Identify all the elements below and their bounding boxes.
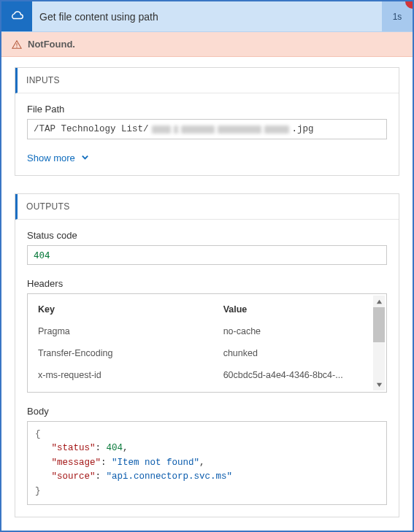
action-run-details-card: Get file content using path 1s NotFound.… — [0, 0, 414, 532]
headers-column-row: Key Value — [34, 294, 380, 320]
chevron-down-icon — [81, 153, 89, 163]
svg-point-1 — [16, 46, 17, 47]
card-header: Get file content using path 1s — [1, 1, 413, 32]
scroll-up-button[interactable] — [373, 296, 385, 307]
headers-table: Key Value Pragma no-cache Transfer-Encod… — [27, 293, 387, 393]
scrollbar-thumb[interactable] — [373, 307, 385, 342]
inputs-panel: INPUTS File Path /TAP Technology List/ .… — [15, 67, 399, 176]
connector-icon-box — [1, 1, 32, 31]
redacted-text — [152, 126, 171, 134]
outputs-panel-header: OUTPUTS — [15, 194, 399, 220]
headers-col-value: Value — [223, 304, 363, 315]
redacted-text — [181, 126, 215, 134]
card-duration: 1s — [382, 1, 413, 31]
svg-marker-3 — [376, 382, 381, 386]
status-code-label: Status code — [27, 230, 387, 241]
error-message: NotFound. — [28, 39, 75, 50]
headers-row: Transfer-Encoding chunked — [34, 342, 380, 364]
status-code-value: 404 — [27, 245, 387, 265]
body-json: { "status": 404, "message": "Item not fo… — [27, 421, 387, 505]
file-path-label: File Path — [27, 104, 387, 115]
body-label: Body — [27, 406, 387, 417]
onedrive-cloud-icon — [9, 7, 25, 26]
error-dot-icon — [405, 0, 414, 9]
card-title: Get file content using path — [32, 1, 382, 31]
redacted-text — [218, 126, 261, 134]
scroll-down-button[interactable] — [373, 379, 385, 390]
headers-label: Headers — [27, 278, 387, 289]
headers-row: x-ms-request-id 60cbdc5d-a4e4-4346-8bc4-… — [34, 364, 380, 386]
warning-triangle-icon — [12, 39, 22, 50]
card-body: INPUTS File Path /TAP Technology List/ .… — [1, 57, 413, 532]
inputs-panel-header: INPUTS — [15, 68, 399, 93]
redacted-text — [264, 126, 289, 134]
headers-col-key: Key — [38, 304, 223, 315]
outputs-panel: OUTPUTS Status code 404 Headers — [15, 193, 399, 517]
error-banner: NotFound. — [1, 32, 413, 57]
headers-row: Pragma no-cache — [34, 320, 380, 342]
redacted-text — [174, 126, 178, 134]
file-path-value: /TAP Technology List/ .jpg — [27, 119, 387, 139]
show-more-button[interactable]: Show more — [27, 153, 387, 163]
svg-marker-2 — [376, 299, 381, 303]
